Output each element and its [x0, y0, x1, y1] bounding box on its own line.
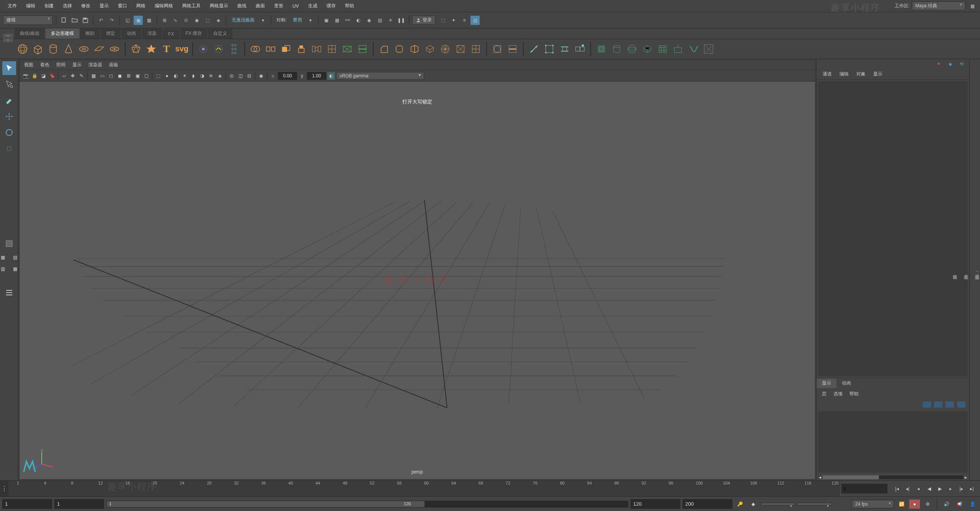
- vp-wireframe-icon[interactable]: ⬚: [154, 72, 162, 80]
- menuset-dropdown[interactable]: 建模: [3, 15, 53, 25]
- vp-bookmark-icon[interactable]: 🔖: [48, 72, 56, 80]
- menu-file[interactable]: 文件: [3, 1, 21, 11]
- symmetry-value[interactable]: 禁用: [291, 17, 304, 23]
- render-frame-icon[interactable]: ▣: [322, 16, 331, 25]
- menu-create[interactable]: 创建: [40, 1, 58, 11]
- snap-viewplane-icon[interactable]: ⬚: [203, 16, 212, 25]
- menu-cache[interactable]: 缓存: [322, 1, 340, 11]
- render-settings-icon[interactable]: ◐: [354, 16, 363, 25]
- snap-point-icon[interactable]: ⊙: [181, 16, 191, 25]
- go-start-button[interactable]: |◂: [892, 484, 902, 494]
- shelf-tab-fxcache[interactable]: FX 缓存: [180, 28, 207, 39]
- set-key-icon[interactable]: ◆: [748, 500, 758, 509]
- view-restore-icon[interactable]: ⟲: [957, 59, 966, 69]
- vp-view-transform-dropdown[interactable]: sRGB gamma: [336, 72, 424, 80]
- layer-menu-layers[interactable]: 层: [822, 391, 826, 397]
- vp-field-chart-icon[interactable]: ⊞: [125, 72, 132, 80]
- tab-edit[interactable]: 编辑: [840, 71, 849, 77]
- vp-isolate-icon[interactable]: ◎: [228, 72, 235, 80]
- anim-end-field[interactable]: [683, 499, 732, 509]
- audio-volume-icon[interactable]: 📢: [954, 500, 965, 509]
- outliner-toggle[interactable]: [2, 286, 16, 300]
- poly-cube-icon[interactable]: [31, 43, 44, 56]
- poly-torus-icon[interactable]: [77, 43, 90, 56]
- vp-exposure-value[interactable]: 0.00: [278, 72, 297, 80]
- mirror-icon[interactable]: [408, 43, 421, 56]
- menu-generate[interactable]: 生成: [304, 1, 322, 11]
- autokey-icon[interactable]: 🔑: [735, 500, 745, 509]
- step-back-key-button[interactable]: ◂|: [903, 484, 913, 494]
- vp-colormgmt-toggle-icon[interactable]: ◐: [327, 72, 335, 80]
- vp-gate-mask-icon[interactable]: ◼: [116, 72, 124, 80]
- audio-toggle-icon[interactable]: 🔊: [941, 500, 952, 509]
- uv-normal-icon[interactable]: [671, 43, 684, 56]
- menu-select[interactable]: 选择: [58, 1, 77, 11]
- triangulate-icon[interactable]: [454, 43, 467, 56]
- svg-icon[interactable]: svg: [175, 43, 188, 56]
- menu-meshdisplay[interactable]: 网格显示: [205, 1, 233, 11]
- channelbox-body[interactable]: [818, 81, 968, 376]
- workspace-dropdown[interactable]: Maya 经典: [912, 2, 965, 10]
- bevel-icon[interactable]: [377, 43, 390, 56]
- vp-grease-icon[interactable]: ✎: [78, 72, 85, 80]
- reduce-icon[interactable]: [423, 43, 436, 56]
- vp-use-lights-icon[interactable]: ☀: [181, 72, 188, 80]
- toggle-modeltoolkit-icon[interactable]: ⬚: [438, 16, 448, 25]
- shelf-tab-controls[interactable]: —○: [3, 28, 13, 47]
- connect-icon[interactable]: [558, 43, 571, 56]
- layer-down-icon[interactable]: [957, 401, 965, 408]
- sculpt-icon[interactable]: [212, 43, 225, 56]
- combine-icon[interactable]: [249, 43, 262, 56]
- vp-motion-blur-icon[interactable]: ≋: [207, 72, 215, 80]
- retopo-icon[interactable]: [439, 43, 452, 56]
- uv-contour-icon[interactable]: [656, 43, 669, 56]
- vp-menu-view[interactable]: 视图: [24, 62, 33, 68]
- crease-icon[interactable]: [506, 43, 519, 56]
- playback-loop-dropdown[interactable]: [797, 503, 832, 506]
- playback-start-field[interactable]: [54, 499, 104, 509]
- boolean-icon[interactable]: [279, 43, 292, 56]
- view-cube-home-icon[interactable]: ✦: [934, 59, 943, 69]
- render-pause-icon[interactable]: ❚❚: [397, 16, 406, 25]
- fps-dropdown[interactable]: 24 fps: [852, 500, 894, 508]
- menu-deform[interactable]: 变形: [270, 1, 288, 11]
- save-scene-icon[interactable]: [81, 16, 90, 25]
- vp-exposure-icon[interactable]: ☼: [269, 72, 277, 80]
- redo-icon[interactable]: ↷: [107, 16, 116, 25]
- poly-sphere-icon[interactable]: [16, 43, 29, 56]
- select-component-icon[interactable]: ▦: [144, 16, 154, 25]
- step-back-frame-button[interactable]: ◂: [913, 484, 923, 494]
- vp-xray-joints-icon[interactable]: ⊟: [245, 72, 253, 80]
- vp-menu-lighting[interactable]: 照明: [56, 62, 65, 68]
- layer-new-empty-icon[interactable]: [923, 401, 931, 408]
- render-sequence-icon[interactable]: ▦: [332, 16, 341, 25]
- lasso-tool[interactable]: [2, 77, 16, 91]
- vp-safe-action-icon[interactable]: ▣: [134, 72, 141, 80]
- toggle-attreditor-icon[interactable]: ≡: [460, 16, 469, 25]
- layer-hscrollbar[interactable]: ◂▸: [817, 474, 969, 480]
- vp-image-plane-icon[interactable]: ▱: [60, 72, 68, 80]
- menu-editmesh[interactable]: 编辑网格: [150, 1, 178, 11]
- snap-curve-icon[interactable]: ∿: [171, 16, 180, 25]
- vp-antialias-icon[interactable]: ◈: [216, 72, 224, 80]
- go-end-button[interactable]: ▸|: [967, 484, 977, 494]
- tab-show[interactable]: 显示: [873, 71, 882, 77]
- range-loop-icon[interactable]: 🔁: [896, 500, 907, 509]
- menu-modify[interactable]: 修改: [77, 1, 95, 11]
- vp-gamma-value[interactable]: 1.00: [307, 72, 326, 80]
- layer-new-selected-icon[interactable]: [934, 401, 942, 408]
- range-slider[interactable]: 1 120: [106, 501, 628, 508]
- playback-end-field[interactable]: [630, 499, 680, 509]
- layer-list[interactable]: [818, 411, 968, 473]
- menu-display[interactable]: 显示: [95, 1, 113, 11]
- menu-curves[interactable]: 曲线: [233, 1, 251, 11]
- vp-menu-show[interactable]: 显示: [72, 62, 82, 68]
- extrude-icon[interactable]: [295, 43, 308, 56]
- target-weld-icon[interactable]: [543, 43, 556, 56]
- softselect-icon[interactable]: [197, 43, 210, 56]
- smooth-icon[interactable]: [393, 43, 406, 56]
- light-editor-icon[interactable]: ☀: [386, 16, 395, 25]
- vp-menu-renderer[interactable]: 渲染器: [88, 62, 102, 68]
- symmetry-dropdown-icon[interactable]: ▾: [306, 16, 315, 25]
- super-shape-icon[interactable]: [145, 43, 158, 56]
